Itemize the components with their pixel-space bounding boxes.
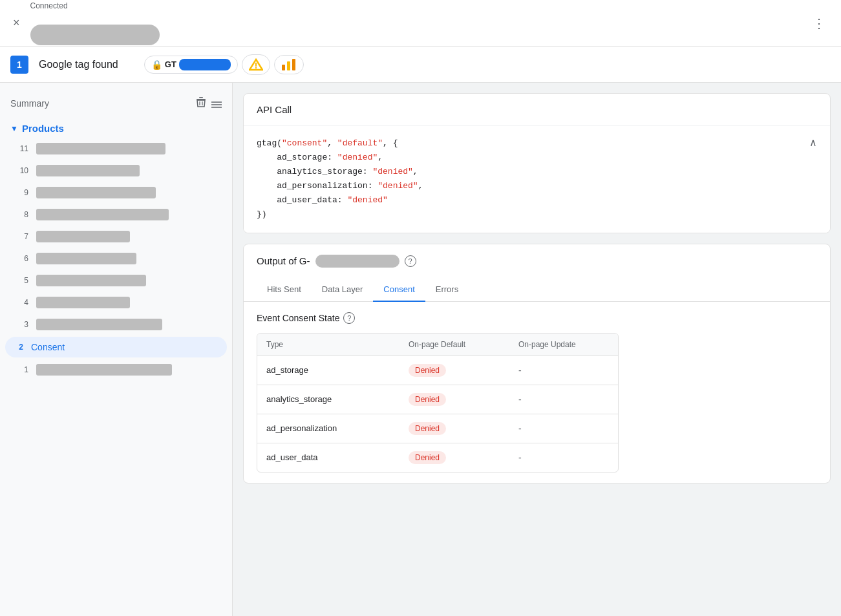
output-card: Output of G- ? Hits Sent Data Layer Cons… <box>243 244 831 483</box>
gt-label: GT <box>165 59 176 69</box>
tab-consent[interactable]: Consent <box>373 278 425 302</box>
code-line-6: }) <box>257 207 817 222</box>
list-item[interactable]: 11 <box>0 138 232 160</box>
table-row: ad_personalization Denied - <box>257 414 618 443</box>
item-bar <box>36 364 172 376</box>
list-item[interactable]: 1 <box>0 359 232 381</box>
update-cell: - <box>509 357 619 383</box>
code-line-1: gtag("consent", "default", { <box>257 136 817 151</box>
update-cell: - <box>509 387 619 412</box>
denied-badge: Denied <box>409 451 446 464</box>
products-chevron-icon: ▼ <box>10 124 18 133</box>
default-cell: Denied <box>399 443 509 472</box>
consent-label: Consent <box>31 342 65 352</box>
output-id-pill <box>315 255 399 268</box>
consent-state-help-icon[interactable]: ? <box>343 312 355 324</box>
denied-badge: Denied <box>409 393 446 406</box>
item-bar <box>36 275 146 286</box>
item-bar <box>36 143 165 154</box>
main-layout: Summary ▼ Products <box>0 83 841 616</box>
list-item[interactable]: 9 <box>0 182 232 204</box>
google-ads-pill[interactable] <box>242 54 270 75</box>
col-default: On-page Default <box>399 334 509 356</box>
svg-rect-6 <box>292 59 295 70</box>
default-cell: Denied <box>399 385 509 414</box>
top-bar-left: × Connected <box>10 1 160 45</box>
connection-pill <box>30 25 160 45</box>
tab-data-layer[interactable]: Data Layer <box>312 278 374 302</box>
sidebar-item-consent[interactable]: 2 Consent <box>5 337 227 357</box>
products-section: ▼ Products 11 10 9 8 7 <box>0 119 232 386</box>
more-options-button[interactable]: ⋮ <box>807 13 831 34</box>
header-row: 1 Google tag found 🔒 GT <box>0 47 841 83</box>
gt-id-pill <box>179 59 231 70</box>
col-type: Type <box>257 334 399 356</box>
item-bar <box>36 165 140 176</box>
list-item[interactable]: 7 <box>0 226 232 248</box>
table-header-row: Type On-page Default On-page Update <box>257 334 618 356</box>
item-bar <box>36 253 136 264</box>
list-item[interactable]: 6 <box>0 248 232 270</box>
consent-table: Type On-page Default On-page Update ad_s… <box>257 333 619 473</box>
update-cell: - <box>509 416 619 441</box>
output-help-icon[interactable]: ? <box>405 255 416 267</box>
svg-rect-4 <box>282 65 285 70</box>
summary-label: Summary <box>10 98 49 109</box>
item-bar <box>36 297 130 308</box>
svg-rect-8 <box>199 97 203 98</box>
type-cell: ad_personalization <box>257 416 399 441</box>
type-cell: analytics_storage <box>257 387 399 412</box>
item-bar <box>36 231 130 242</box>
collapse-button[interactable]: ∧ <box>809 136 817 149</box>
top-bar-right: ⋮ <box>807 13 831 34</box>
list-item[interactable]: 5 <box>0 270 232 292</box>
sidebar: Summary ▼ Products <box>0 83 233 616</box>
list-item[interactable]: 3 <box>0 313 232 335</box>
products-header[interactable]: ▼ Products <box>0 119 232 138</box>
header-title: Google tag found <box>39 59 118 70</box>
api-call-card: API Call ∧ gtag("consent", "default", { … <box>243 93 831 233</box>
code-line-2: ad_storage: "denied", <box>257 151 817 165</box>
tab-hits-sent[interactable]: Hits Sent <box>257 278 312 302</box>
denied-badge: Denied <box>409 422 446 435</box>
svg-rect-5 <box>287 61 290 70</box>
google-ads-icon <box>249 58 263 72</box>
list-item[interactable]: 4 <box>0 292 232 313</box>
output-header: Output of G- ? <box>244 244 830 278</box>
table-row: ad_user_data Denied - <box>257 443 618 472</box>
list-item[interactable]: 10 <box>0 160 232 182</box>
summary-header: Summary <box>0 90 232 119</box>
item-bar <box>36 319 162 330</box>
clear-all-button[interactable] <box>195 96 222 111</box>
tab-errors[interactable]: Errors <box>425 278 469 302</box>
table-row: analytics_storage Denied - <box>257 385 618 414</box>
code-block: ∧ gtag("consent", "default", { ad_storag… <box>244 126 830 233</box>
code-line-4: ad_personalization: "denied", <box>257 179 817 193</box>
default-cell: Denied <box>399 414 509 443</box>
products-title: Products <box>22 123 64 134</box>
item-bar <box>36 209 169 220</box>
denied-badge: Denied <box>409 364 446 377</box>
tabs-row: Hits Sent Data Layer Consent Errors <box>244 278 830 302</box>
list-item[interactable]: 8 <box>0 204 232 226</box>
consent-state-label: Event Consent State <box>257 313 339 323</box>
consent-state-header: Event Consent State ? <box>257 312 817 324</box>
output-title: Output of G- <box>257 255 310 266</box>
main-content: API Call ∧ gtag("consent", "default", { … <box>233 83 841 616</box>
type-cell: ad_user_data <box>257 445 399 470</box>
top-bar: × Connected ⋮ <box>0 0 841 47</box>
update-cell: - <box>509 445 619 471</box>
default-cell: Denied <box>399 356 509 385</box>
gtm-tag-pill[interactable]: 🔒 GT <box>144 56 238 74</box>
item-bar <box>36 187 156 198</box>
col-update: On-page Update <box>509 334 619 356</box>
type-cell: ad_storage <box>257 357 399 383</box>
svg-point-3 <box>255 67 257 68</box>
analytics-icon <box>281 58 297 71</box>
tag-pills: 🔒 GT <box>144 54 304 75</box>
analytics-pill[interactable] <box>274 55 304 74</box>
connected-label: Connected <box>30 1 160 10</box>
close-button[interactable]: × <box>10 14 23 32</box>
code-line-5: ad_user_data: "denied" <box>257 193 817 207</box>
code-line-3: analytics_storage: "denied", <box>257 165 817 179</box>
